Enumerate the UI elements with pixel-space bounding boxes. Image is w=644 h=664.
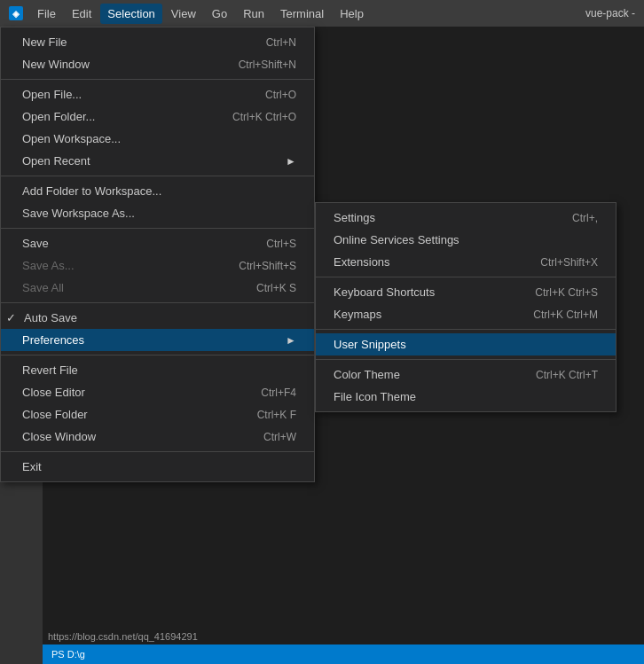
menu-run[interactable]: Run [236,4,271,24]
menu-item-save-workspace[interactable]: Save Workspace As... [1,202,314,224]
divider [316,277,616,277]
menu-bar: File Edit Selection View Go Run Terminal… [30,4,585,24]
divider [1,228,314,229]
menu-item-add-folder[interactable]: Add Folder to Workspace... [1,180,314,202]
menu-item-close-editor[interactable]: Close Editor Ctrl+F4 [1,381,314,403]
menu-item-preferences[interactable]: Preferences ► [1,329,314,351]
tooltip-bar: https://blog.csdn.net/qq_41694291 [43,629,644,644]
menu-item-auto-save[interactable]: ✓ Auto Save [1,307,314,329]
menu-help[interactable]: Help [333,4,371,24]
menu-item-exit[interactable]: Exit [1,456,314,478]
menu-item-open-folder[interactable]: Open Folder... Ctrl+K Ctrl+O [1,105,314,128]
ps-text: PS D:\g [51,649,85,660]
menu-item-save[interactable]: Save Ctrl+S [1,232,314,254]
pref-item-keyboard-shortcuts[interactable]: Keyboard Shortcuts Ctrl+K Ctrl+S [316,281,616,303]
menu-item-new-file[interactable]: New File Ctrl+N [1,31,314,53]
tooltip-url: https://blog.csdn.net/qq_41694291 [48,631,198,642]
menu-item-open-file[interactable]: Open File... Ctrl+O [1,83,314,105]
divider [1,355,314,355]
menu-file[interactable]: File [30,4,63,24]
menu-terminal[interactable]: Terminal [273,4,331,24]
title-bar: ◈ File Edit Selection View Go Run Termin… [0,0,644,27]
menu-selection[interactable]: Selection [100,4,161,24]
pref-item-settings[interactable]: Settings Ctrl+, [316,207,616,229]
menu-item-close-folder[interactable]: Close Folder Ctrl+K F [1,403,314,426]
pref-item-user-snippets[interactable]: User Snippets [316,333,616,355]
divider [1,302,314,303]
divider [1,451,314,452]
pref-item-file-icon-theme[interactable]: File Icon Theme [316,386,616,408]
pref-item-extensions[interactable]: Extensions Ctrl+Shift+X [316,251,616,273]
menu-item-open-workspace[interactable]: Open Workspace... [1,128,314,150]
pref-item-keymaps[interactable]: Keymaps Ctrl+K Ctrl+M [316,303,616,325]
menu-item-save-as[interactable]: Save As... Ctrl+Shift+S [1,254,314,277]
app-icon: ◈ [9,6,23,20]
preferences-submenu: Settings Ctrl+, Online Services Settings… [315,202,617,412]
menu-item-close-window[interactable]: Close Window Ctrl+W [1,426,314,448]
divider [1,79,314,80]
file-menu: New File Ctrl+N New Window Ctrl+Shift+N … [0,27,315,482]
divider [316,359,616,360]
menu-item-open-recent[interactable]: Open Recent ► [1,150,314,172]
menu-go[interactable]: Go [205,4,234,24]
pref-item-color-theme[interactable]: Color Theme Ctrl+K Ctrl+T [316,363,616,386]
pref-item-online-services[interactable]: Online Services Settings [316,229,616,251]
status-bar: PS D:\g [43,644,644,664]
menu-item-revert-file[interactable]: Revert File [1,359,314,381]
menu-item-new-window[interactable]: New Window Ctrl+Shift+N [1,53,314,75]
divider [1,176,314,176]
menu-edit[interactable]: Edit [65,4,98,24]
menu-item-save-all[interactable]: Save All Ctrl+K S [1,277,314,299]
divider [316,329,616,330]
window-title: vue-pack - [585,7,635,20]
menu-view[interactable]: View [164,4,203,24]
